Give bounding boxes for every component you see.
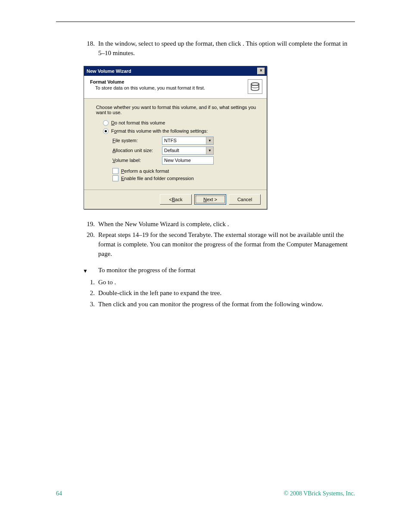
file-system-combo[interactable]: NTFS ▼: [162, 137, 214, 145]
file-system-label: File system:: [112, 138, 162, 143]
checkbox-icon: [112, 168, 118, 174]
text: and you can monitor the progress of the …: [127, 301, 323, 308]
checkbox-icon: [112, 175, 118, 181]
allocation-unit-combo[interactable]: Default ▼: [162, 146, 214, 155]
page-footer: 64 © 2008 VBrick Systems, Inc.: [56, 490, 355, 497]
checkbox-quick-format[interactable]: Perform a quick format: [112, 168, 257, 174]
text: .: [115, 279, 116, 286]
radio-label: Format this volume with the following se…: [111, 128, 208, 134]
dialog-header: Format Volume To store data on this volu…: [84, 76, 267, 99]
radio-do-not-format[interactable]: Do not format this volume: [103, 120, 257, 126]
text: Then click: [98, 301, 127, 308]
sub-heading: To monitor the progress of the format: [98, 267, 355, 275]
substep-3: 3. Then click and you can monitor the pr…: [56, 300, 355, 309]
dialog-footer: < Back Next > Cancel: [84, 190, 267, 209]
triangle-marker-icon: ▼: [56, 267, 98, 275]
next-button[interactable]: Next >: [194, 194, 226, 205]
step-body: When the New Volume Wizard is complete, …: [98, 220, 355, 229]
dialog-title: New Volume Wizard: [87, 68, 131, 74]
chevron-down-icon: ▼: [206, 147, 213, 154]
page-number: 64: [56, 490, 62, 497]
text: When the New Volume Wizard is complete, …: [98, 221, 227, 227]
top-rule: [56, 22, 355, 22]
dialog-titlebar: New Volume Wizard ×: [84, 66, 267, 76]
radio-icon: [103, 128, 109, 134]
step-number: 18.: [56, 39, 98, 58]
back-button[interactable]: < Back: [160, 194, 192, 205]
copyright: © 2008 VBrick Systems, Inc.: [284, 490, 355, 497]
step-number: 2.: [56, 289, 98, 298]
step-body: Double-click in the left pane to expand …: [98, 289, 355, 298]
step-body: Then click and you can monitor the progr…: [98, 300, 355, 309]
step-19: 19. When the New Volume Wizard is comple…: [56, 220, 355, 229]
allocation-unit-label: Allocation unit size:: [112, 148, 162, 153]
svg-point-0: [251, 83, 259, 85]
checkbox-label: Enable file and folder compression: [121, 176, 194, 181]
step-20: 20. Repeat steps 14–19 for the second Te…: [56, 230, 355, 258]
radio-icon: [103, 120, 109, 126]
dialog-prompt: Choose whether you want to format this v…: [96, 105, 257, 115]
step-body: Go to .: [98, 278, 355, 287]
disk-icon: [248, 79, 262, 94]
chevron-down-icon: ▼: [206, 137, 213, 144]
text: Go to: [98, 279, 115, 286]
text: to speed up the format, then click: [155, 40, 243, 47]
text: window, select: [115, 40, 155, 47]
step-18: 18. In the window, select to speed up th…: [56, 39, 355, 58]
checkbox-compression[interactable]: Enable file and folder compression: [112, 175, 257, 181]
svg-point-1: [251, 85, 259, 88]
sub-heading-row: ▼ To monitor the progress of the format: [56, 267, 355, 275]
text: .: [227, 221, 229, 227]
substep-1: 1. Go to .: [56, 278, 355, 287]
volume-label-input[interactable]: New Volume: [162, 156, 214, 165]
step-body: In the window, select to speed up the fo…: [98, 39, 355, 58]
text: Double-click: [98, 289, 134, 296]
close-icon: ×: [260, 68, 262, 73]
dialog-header-title: Format Volume: [90, 79, 205, 84]
step-number: 3.: [56, 300, 98, 309]
radio-format-with-settings[interactable]: Format this volume with the following se…: [103, 128, 257, 134]
step-body: Repeat steps 14–19 for the second Teraby…: [98, 230, 355, 258]
step-number: 20.: [56, 230, 98, 258]
dialog-header-subtitle: To store data on this volume, you must f…: [90, 85, 205, 90]
substep-2: 2. Double-click in the left pane to expa…: [56, 289, 355, 298]
new-volume-wizard-dialog: New Volume Wizard × Format Volume To sto…: [84, 66, 267, 209]
dialog-body: Choose whether you want to format this v…: [84, 99, 267, 190]
checkbox-label: Perform a quick format: [121, 168, 169, 174]
text: in the left pane to expand the tree.: [134, 289, 221, 296]
cancel-button[interactable]: Cancel: [229, 194, 261, 205]
close-button[interactable]: ×: [257, 68, 265, 75]
text: In the: [98, 40, 115, 47]
step-number: 19.: [56, 220, 98, 229]
step-number: 1.: [56, 278, 98, 287]
radio-label: Do not format this volume: [111, 120, 165, 125]
volume-label-label: Volume label:: [112, 158, 162, 163]
